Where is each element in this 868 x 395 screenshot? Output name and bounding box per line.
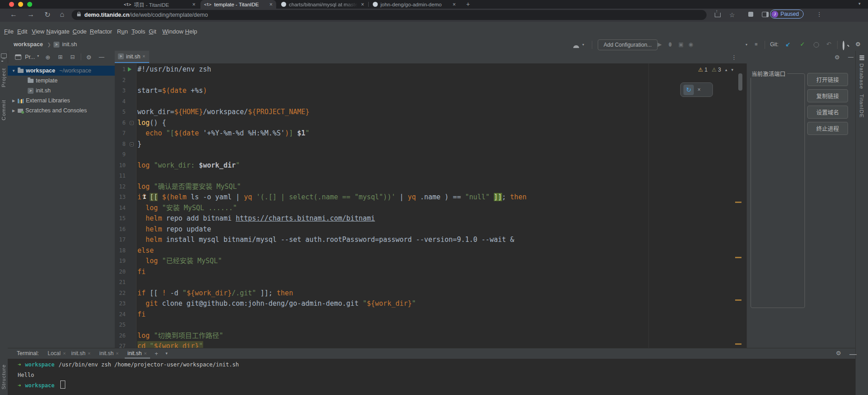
fold-icon[interactable]: − <box>130 121 134 125</box>
fold-icon[interactable]: − <box>130 142 134 146</box>
stripe-label-database[interactable]: Database <box>859 63 864 89</box>
menu-item-refactor[interactable]: Refactor <box>90 28 112 35</box>
editor-scrollbar[interactable] <box>738 73 742 91</box>
tree-row-external-libraries[interactable]: ▶External Libraries <box>8 96 115 106</box>
maximize-window-button[interactable] <box>27 2 32 7</box>
close-window-button[interactable] <box>9 2 14 7</box>
forward-button[interactable]: → <box>27 10 34 19</box>
locate-file-icon[interactable]: ⊕ <box>45 54 50 61</box>
add-configuration-button[interactable]: Add Configuration... <box>598 39 658 50</box>
terminal-tab[interactable]: init.sh× <box>71 350 91 356</box>
project-tool-window-icon[interactable] <box>15 54 21 60</box>
minimize-window-button[interactable] <box>18 2 23 7</box>
monitor-icon[interactable] <box>1 53 7 58</box>
extensions-puzzle-icon[interactable] <box>748 12 753 17</box>
tree-row-template[interactable]: template <box>8 76 115 86</box>
project-view-dropdown[interactable]: Pr... <box>25 54 35 60</box>
stripe-label-project[interactable]: Project <box>1 68 6 87</box>
tree-row-scratches-and-consoles[interactable]: ▶Scratches and Consoles <box>8 106 115 116</box>
editor-options-kebab-icon[interactable]: ⋮ <box>731 54 737 61</box>
port-action-button[interactable]: 打开链接 <box>807 73 848 86</box>
close-tab-icon[interactable]: × <box>142 54 145 59</box>
terminal-chevron-down-icon[interactable]: ▾ <box>166 351 168 356</box>
close-tab-icon[interactable]: × <box>453 1 456 8</box>
close-terminal-tab-icon[interactable]: × <box>116 351 118 356</box>
menu-item-view[interactable]: View <box>32 28 44 35</box>
code-editor[interactable]: 1#!/usr/bin/env zsh23start=$(date +%s)45… <box>115 63 746 348</box>
prev-problem-chevron-icon[interactable]: ▴ <box>725 67 727 72</box>
user-chevron-down-icon[interactable]: ▾ <box>582 43 584 47</box>
breadcrumb-workspace[interactable]: workspace <box>14 41 43 48</box>
stripe-label-structure[interactable]: Structure <box>1 364 6 390</box>
database-icon[interactable] <box>859 55 864 60</box>
menu-item-edit[interactable]: Edit <box>17 28 27 35</box>
error-stripe-mark[interactable] <box>735 202 741 203</box>
sync-refresh-icon[interactable]: ↻ <box>683 85 694 95</box>
run-script-arrow-icon[interactable] <box>128 67 132 72</box>
stripe-label-titanide[interactable]: TitanIDE <box>859 94 864 118</box>
browser-tab[interactable]: <t>template - TitanIDE× <box>200 0 276 9</box>
terminal-gear-icon[interactable]: ⚙ <box>836 350 841 356</box>
next-problem-chevron-icon[interactable]: ▾ <box>731 67 733 72</box>
home-button[interactable]: ⌂ <box>60 10 64 19</box>
settings-gear-icon[interactable]: ⚙ <box>855 41 861 48</box>
close-tab-icon[interactable]: × <box>192 1 195 8</box>
close-terminal-tab-icon[interactable]: × <box>88 351 90 356</box>
hide-right-panel-icon[interactable]: — <box>848 54 853 60</box>
tree-chevron-icon[interactable]: ▼ <box>12 69 15 73</box>
menu-item-tools[interactable]: Tools <box>132 28 145 35</box>
new-tab-button[interactable]: + <box>466 0 470 8</box>
menu-item-navigate[interactable]: Navigate <box>46 28 69 35</box>
tree-row-init-sh[interactable]: >init.sh <box>8 86 115 96</box>
browser-tab[interactable]: john-deng/go-admin-demo× <box>369 0 459 9</box>
close-tab-icon[interactable]: × <box>361 1 364 8</box>
reload-button[interactable]: ↻ <box>44 10 50 19</box>
close-terminal-tab-icon[interactable]: × <box>63 351 66 356</box>
menu-item-code[interactable]: Code <box>73 28 87 35</box>
terminal-tab[interactable]: Local× <box>48 350 66 356</box>
tab-search-chevron-icon[interactable]: ▾ <box>858 1 861 6</box>
collapse-all-icon[interactable]: ⊟ <box>70 54 75 60</box>
browser-menu-kebab-icon[interactable]: ⋮ <box>816 11 822 18</box>
port-action-button[interactable]: 设置域名 <box>807 106 848 119</box>
browser-tab[interactable]: charts/bitnami/mysql at maste× <box>278 0 368 9</box>
error-stripe-mark[interactable] <box>735 343 741 345</box>
profile-button[interactable]: J Paused <box>770 10 804 19</box>
terminal-tab[interactable]: init.sh× <box>99 350 119 356</box>
git-update-icon[interactable]: ↙ <box>785 41 790 48</box>
bookmark-star-icon[interactable]: ☆ <box>729 11 735 19</box>
new-terminal-tab-icon[interactable]: + <box>155 350 158 357</box>
close-terminal-tab-icon[interactable]: × <box>144 351 146 356</box>
tree-chevron-icon[interactable]: ▶ <box>12 99 15 103</box>
browser-tab[interactable]: <t>项目 - TitanIDE× <box>120 0 199 9</box>
menu-item-file[interactable]: File <box>4 28 14 35</box>
close-tab-icon[interactable]: × <box>269 1 273 8</box>
share-icon[interactable] <box>715 13 721 17</box>
address-bar[interactable]: demo.titanide.cn/ide/web/coding/template… <box>72 10 707 20</box>
breadcrumb-init-sh[interactable]: init.sh <box>62 41 77 48</box>
right-panel-gear-icon[interactable]: ⚙ <box>834 54 840 61</box>
tree-chevron-icon[interactable]: ▶ <box>12 109 15 113</box>
project-view-chevron-icon[interactable]: ▾ <box>37 54 39 58</box>
panel-settings-gear-icon[interactable]: ⚙ <box>86 54 92 61</box>
stripe-label-commit[interactable]: Commit <box>1 100 6 120</box>
run-chevron-down-icon[interactable]: ▾ <box>746 43 747 47</box>
terminal-tab[interactable]: init.sh× <box>127 350 147 356</box>
editor-tab-init-sh[interactable]: > init.sh × <box>115 51 149 63</box>
port-action-button[interactable]: 复制链接 <box>807 89 848 102</box>
tree-row-workspace[interactable]: ▼workspace~/workspace <box>8 66 115 76</box>
error-stripe-mark[interactable] <box>735 299 741 301</box>
error-stripe-mark[interactable] <box>735 257 741 258</box>
menu-item-window[interactable]: Window <box>162 28 183 35</box>
menu-item-git[interactable]: Git <box>149 28 156 35</box>
close-widget-icon[interactable]: × <box>697 87 701 93</box>
side-panel-icon[interactable] <box>762 12 769 17</box>
inspections-widget[interactable]: ⚠ 1 ⚠ 3 ▴ ▾ <box>698 67 733 73</box>
terminal-output[interactable]: ➜workspace/usr/bin/env zsh /home/project… <box>8 359 855 395</box>
port-action-button[interactable]: 终止进程 <box>807 122 848 135</box>
back-button[interactable]: ← <box>10 10 17 19</box>
menu-item-run[interactable]: Run <box>117 28 128 35</box>
hide-panel-icon[interactable]: — <box>99 54 104 60</box>
menu-item-help[interactable]: Help <box>185 28 197 35</box>
expand-all-icon[interactable]: ⊞ <box>58 54 63 60</box>
